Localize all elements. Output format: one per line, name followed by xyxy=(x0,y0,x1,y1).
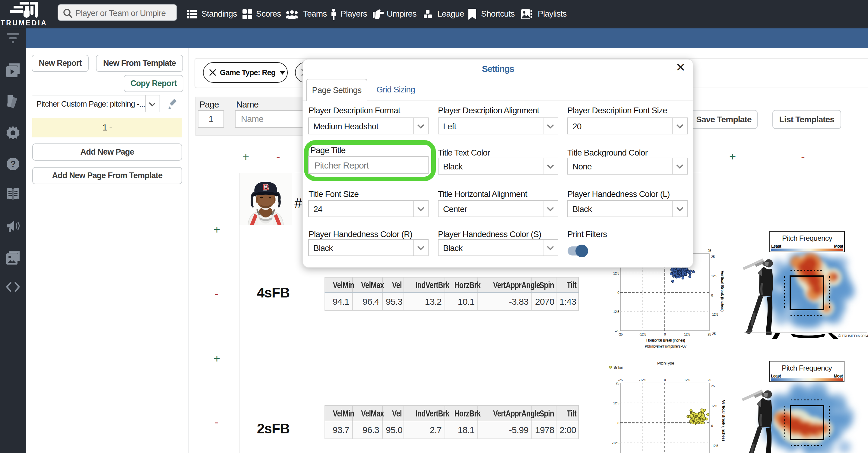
svg-text:25: 25 xyxy=(708,333,711,336)
svg-text:© TRUMEDIA 2024: © TRUMEDIA 2024 xyxy=(838,334,868,338)
svg-text:-12.5: -12.5 xyxy=(711,444,718,448)
svg-text:12.5: 12.5 xyxy=(711,404,717,408)
svg-text:0: 0 xyxy=(664,333,666,336)
svg-text:Most: Most xyxy=(834,244,843,249)
svg-text:Least: Least xyxy=(771,374,781,378)
svg-text:0: 0 xyxy=(617,421,619,425)
svg-text:-12.5: -12.5 xyxy=(639,378,646,382)
svg-text:0: 0 xyxy=(617,291,619,294)
svg-text:12.5: 12.5 xyxy=(711,274,717,278)
svg-text:-12.5: -12.5 xyxy=(612,310,619,313)
svg-text:?: ? xyxy=(10,159,16,169)
svg-text:-12.5: -12.5 xyxy=(639,333,646,336)
svg-text:Most: Most xyxy=(834,374,843,378)
svg-text:-12.5: -12.5 xyxy=(711,313,718,316)
svg-text:Vertical Break (inches): Vertical Break (inches) xyxy=(720,271,725,312)
svg-text:0: 0 xyxy=(664,378,666,382)
svg-text:Pitch Frequency: Pitch Frequency xyxy=(782,234,832,242)
svg-text:12.5: 12.5 xyxy=(684,333,690,336)
svg-text:0: 0 xyxy=(711,424,713,428)
svg-text:25: 25 xyxy=(616,381,619,385)
svg-text:TRUMEDIA: TRUMEDIA xyxy=(1,19,48,27)
svg-text:Vertical Break (inches): Vertical Break (inches) xyxy=(721,400,726,441)
svg-text:25: 25 xyxy=(711,255,715,258)
svg-text:-25: -25 xyxy=(711,332,716,336)
svg-text:25: 25 xyxy=(708,378,711,382)
svg-text:Pitch Frequency: Pitch Frequency xyxy=(782,364,832,372)
svg-text:12.5: 12.5 xyxy=(613,401,619,405)
svg-text:B: B xyxy=(262,182,269,192)
svg-text:25: 25 xyxy=(708,249,711,252)
svg-text:Horizontal Break (inches): Horizontal Break (inches) xyxy=(646,338,685,342)
svg-text:0: 0 xyxy=(711,293,713,297)
svg-text:25: 25 xyxy=(711,384,715,388)
svg-text:-25: -25 xyxy=(618,333,623,336)
svg-text:12.5: 12.5 xyxy=(613,272,619,275)
svg-text:12.5: 12.5 xyxy=(684,378,690,382)
svg-text:Sinker: Sinker xyxy=(614,365,623,370)
svg-text:Pitch movement from pitcher's: Pitch movement from pitcher's POV xyxy=(645,344,687,348)
svg-text:PitchType: PitchType xyxy=(657,361,674,365)
svg-text:-12.5: -12.5 xyxy=(612,441,619,445)
svg-text:Least: Least xyxy=(771,244,781,249)
